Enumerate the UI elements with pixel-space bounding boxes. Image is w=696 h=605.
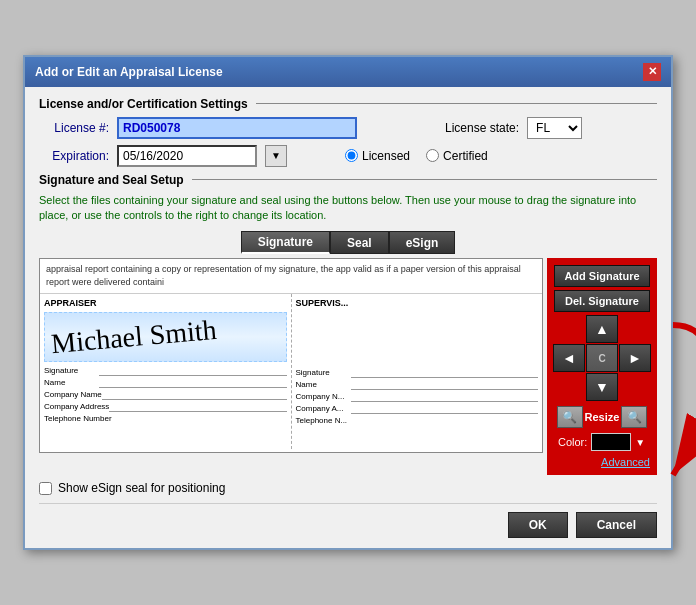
date-picker-button[interactable]: ▼ (265, 145, 287, 167)
sig-field-address: Company Address (44, 402, 287, 412)
move-up-button[interactable]: ▲ (586, 315, 618, 343)
navigation-grid: ▲ ◄ C ► ▼ (554, 315, 650, 401)
checkbox-row: Show eSign seal for positioning (39, 481, 657, 495)
certified-radio[interactable] (426, 149, 439, 162)
signature-preview: appraisal report containing a copy or re… (39, 258, 543, 453)
color-row: Color: ▼ (554, 433, 650, 451)
sig-field-company: Company Name (44, 390, 287, 400)
title-bar: Add or Edit an Appraisal License ✕ (25, 57, 671, 87)
move-down-button[interactable]: ▼ (586, 373, 618, 401)
expiration-row: Expiration: ▼ Licensed Certified (39, 145, 657, 167)
main-dialog: Add or Edit an Appraisal License ✕ Licen… (23, 55, 673, 551)
content-area: appraisal report containing a copy or re… (39, 258, 657, 475)
esign-seal-label: Show eSign seal for positioning (58, 481, 225, 495)
license-section-header: License and/or Certification Settings (39, 97, 657, 111)
licensed-radio[interactable] (345, 149, 358, 162)
appraiser-section: APPRAISER Michael Smith Signature Name (40, 294, 292, 449)
sig-field-phone: Telephone Number (44, 414, 287, 423)
certified-radio-label[interactable]: Certified (426, 149, 488, 163)
advanced-link[interactable]: Advanced (554, 456, 650, 468)
sup-address-field: Company A... (296, 404, 539, 414)
sig-field-signature: Signature (44, 366, 287, 376)
del-signature-button[interactable]: Del. Signature (554, 290, 650, 312)
move-left-button[interactable]: ◄ (553, 344, 585, 372)
color-dropdown[interactable]: ▼ (635, 437, 645, 448)
supervisor-section: SUPERVIS... Signature Name Company N... (292, 294, 543, 449)
resize-grow-button[interactable]: 🔍 (621, 406, 647, 428)
appraiser-title: APPRAISER (44, 298, 287, 308)
tab-signature[interactable]: Signature (241, 231, 330, 254)
sup-sig-field: Signature (296, 368, 539, 378)
cancel-button[interactable]: Cancel (576, 512, 657, 538)
supervisor-title: SUPERVIS... (296, 298, 539, 308)
add-signature-button[interactable]: Add Signature (554, 265, 650, 287)
preview-text: appraisal report containing a copy or re… (40, 259, 542, 293)
signature-image: Michael Smith (44, 312, 287, 362)
move-right-button[interactable]: ► (619, 344, 651, 372)
resize-label: Resize (585, 411, 620, 423)
license-label: License #: (39, 121, 109, 135)
signature-section-header: Signature and Seal Setup (39, 173, 657, 187)
radio-group: Licensed Certified (345, 149, 488, 163)
state-label: License state: (445, 121, 519, 135)
center-button[interactable]: C (586, 344, 618, 372)
expiration-input[interactable] (117, 145, 257, 167)
sup-phone-field: Telephone N... (296, 416, 539, 425)
sig-field-name: Name (44, 378, 287, 388)
dialog-title: Add or Edit an Appraisal License (35, 65, 223, 79)
tab-esign[interactable]: eSign (389, 231, 456, 254)
close-button[interactable]: ✕ (643, 63, 661, 81)
sup-name-field: Name (296, 380, 539, 390)
preview-content: APPRAISER Michael Smith Signature Name (40, 294, 542, 449)
tab-seal[interactable]: Seal (330, 231, 389, 254)
bottom-row: OK Cancel (39, 503, 657, 538)
esign-seal-checkbox[interactable] (39, 482, 52, 495)
instruction-text: Select the files containing your signatu… (39, 193, 657, 224)
color-label: Color: (558, 436, 587, 448)
color-swatch[interactable] (591, 433, 631, 451)
resize-shrink-button[interactable]: 🔍 (557, 406, 583, 428)
license-row: License #: License state: FL GA AL NY (39, 117, 657, 139)
expiration-label: Expiration: (39, 149, 109, 163)
state-select[interactable]: FL GA AL NY (527, 117, 582, 139)
license-input[interactable] (117, 117, 357, 139)
tabs-row: Signature Seal eSign (39, 231, 657, 254)
licensed-radio-label[interactable]: Licensed (345, 149, 410, 163)
ok-button[interactable]: OK (508, 512, 568, 538)
resize-row: 🔍 Resize 🔍 (554, 406, 650, 428)
sup-company-field: Company N... (296, 392, 539, 402)
controls-panel: Add Signature Del. Signature ▲ ◄ C ► (547, 258, 657, 475)
